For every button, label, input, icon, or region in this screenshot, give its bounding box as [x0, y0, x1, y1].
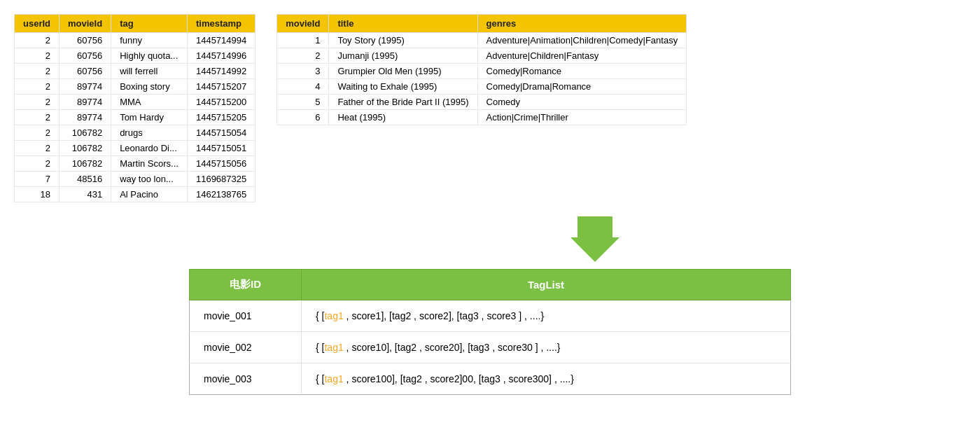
cell-userid: 2: [15, 95, 59, 110]
left-table-row: 7 48516 way too lon... 1169687325: [15, 172, 255, 187]
right-table-row: 1 Toy Story (1995) Adventure|Animation|C…: [277, 33, 687, 48]
cell-movie-id: movie_002: [190, 332, 302, 363]
right-header-genres: genres: [477, 15, 687, 33]
cell-userid: 2: [15, 79, 59, 95]
cell-taglist: { [tag1 , score100], [tag2 , score2]00, …: [302, 363, 791, 395]
cell-tag: Tom Hardy: [111, 110, 188, 125]
left-table-row: 2 89774 MMA 1445715200: [15, 95, 255, 110]
left-header-tag: tag: [111, 15, 188, 33]
cell-genres: Action|Crime|Thriller: [477, 110, 687, 125]
cell-movieid: 1: [277, 33, 329, 48]
cell-tag: way too lon...: [111, 172, 188, 187]
cell-timestamp: 1462138765: [187, 187, 255, 202]
cell-tag: Martin Scors...: [111, 156, 188, 172]
left-table: userId movieId tag timestamp 2 60756 fun…: [14, 14, 255, 202]
bottom-table-wrap: 电影ID TagList movie_001 { [tag1 , score1]…: [189, 269, 791, 395]
cell-movieid: 106782: [59, 125, 111, 141]
cell-timestamp: 1445715054: [187, 125, 255, 141]
right-table-row: 4 Waiting to Exhale (1995) Comedy|Drama|…: [277, 79, 687, 95]
cell-genres: Comedy: [477, 95, 687, 110]
cell-userid: 2: [15, 48, 59, 64]
left-table-row: 2 89774 Boxing story 1445715207: [15, 79, 255, 95]
cell-tag: Boxing story: [111, 79, 188, 95]
cell-movieid: 89774: [59, 79, 111, 95]
cell-tag: MMA: [111, 95, 188, 110]
tag-highlight: tag1: [324, 342, 343, 353]
left-table-header-row: userId movieId tag timestamp: [15, 15, 255, 33]
cell-title: Jumanji (1995): [329, 48, 477, 64]
left-header-movieid: movieId: [59, 15, 111, 33]
cell-userid: 7: [15, 172, 59, 187]
cell-timestamp: 1445715205: [187, 110, 255, 125]
bottom-header-taglist: TagList: [302, 270, 791, 300]
left-header-userid: userId: [15, 15, 59, 33]
cell-timestamp: 1445715207: [187, 79, 255, 95]
cell-userid: 2: [15, 125, 59, 141]
cell-title: Waiting to Exhale (1995): [329, 79, 477, 95]
cell-movieid: 60756: [59, 64, 111, 79]
cell-movieid: 60756: [59, 33, 111, 48]
cell-genres: Adventure|Animation|Children|Comedy|Fant…: [477, 33, 687, 48]
cell-timestamp: 1445715056: [187, 156, 255, 172]
left-table-row: 2 106782 Martin Scors... 1445715056: [15, 156, 255, 172]
left-table-body: 2 60756 funny 1445714994 2 60756 Highly …: [15, 33, 255, 202]
left-header-timestamp: timestamp: [187, 15, 255, 33]
cell-movieid: 89774: [59, 95, 111, 110]
cell-tag: Highly quota...: [111, 48, 188, 64]
cell-timestamp: 1445714994: [187, 33, 255, 48]
cell-movieid: 6: [277, 110, 329, 125]
left-table-row: 2 89774 Tom Hardy 1445715205: [15, 110, 255, 125]
cell-genres: Comedy|Drama|Romance: [477, 79, 687, 95]
cell-userid: 2: [15, 141, 59, 156]
cell-title: Father of the Bride Part II (1995): [329, 95, 477, 110]
left-table-row: 2 106782 Leonardo Di... 1445715051: [15, 141, 255, 156]
left-table-row: 2 106782 drugs 1445715054: [15, 125, 255, 141]
left-table-row: 2 60756 will ferrell 1445714992: [15, 64, 255, 79]
cell-timestamp: 1169687325: [187, 172, 255, 187]
cell-movieid: 5: [277, 95, 329, 110]
left-table-wrap: userId movieId tag timestamp 2 60756 fun…: [14, 14, 255, 202]
left-table-row: 2 60756 Highly quota... 1445714996: [15, 48, 255, 64]
right-table-body: 1 Toy Story (1995) Adventure|Animation|C…: [277, 33, 687, 125]
cell-tag: Leonardo Di...: [111, 141, 188, 156]
cell-title: Heat (1995): [329, 110, 477, 125]
bottom-table-header-row: 电影ID TagList: [190, 270, 791, 300]
cell-timestamp: 1445714996: [187, 48, 255, 64]
cell-movieid: 89774: [59, 110, 111, 125]
cell-movieid: 3: [277, 64, 329, 79]
bottom-section: 电影ID TagList movie_001 { [tag1 , score1]…: [14, 269, 966, 395]
cell-timestamp: 1445715051: [187, 141, 255, 156]
right-table-row: 3 Grumpier Old Men (1995) Comedy|Romance: [277, 64, 687, 79]
bottom-table-row: movie_002 { [tag1 , score10], [tag2 , sc…: [190, 332, 791, 363]
cell-movieid: 4: [277, 79, 329, 95]
left-table-row: 2 60756 funny 1445714994: [15, 33, 255, 48]
cell-movieid: 106782: [59, 156, 111, 172]
cell-tag: drugs: [111, 125, 188, 141]
right-table-row: 5 Father of the Bride Part II (1995) Com…: [277, 95, 687, 110]
cell-title: Toy Story (1995): [329, 33, 477, 48]
right-table: movieId title genres 1 Toy Story (1995) …: [276, 14, 687, 125]
cell-genres: Adventure|Children|Fantasy: [477, 48, 687, 64]
bottom-table: 电影ID TagList movie_001 { [tag1 , score1]…: [189, 269, 791, 395]
tag-highlight: tag1: [324, 373, 343, 384]
cell-timestamp: 1445715200: [187, 95, 255, 110]
right-table-row: 2 Jumanji (1995) Adventure|Children|Fant…: [277, 48, 687, 64]
left-table-row: 18 431 Al Pacino 1462138765: [15, 187, 255, 202]
tag-highlight: tag1: [324, 310, 343, 321]
cell-tag: Al Pacino: [111, 187, 188, 202]
cell-movieid: 60756: [59, 48, 111, 64]
cell-movie-id: movie_003: [190, 363, 302, 395]
right-table-header-row: movieId title genres: [277, 15, 687, 33]
cell-timestamp: 1445714992: [187, 64, 255, 79]
right-header-movieid: movieId: [277, 15, 329, 33]
bottom-table-row: movie_003 { [tag1 , score100], [tag2 , s…: [190, 363, 791, 395]
cell-userid: 2: [15, 110, 59, 125]
cell-taglist: { [tag1 , score10], [tag2 , score20], [t…: [302, 332, 791, 363]
bottom-table-body: movie_001 { [tag1 , score1], [tag2 , sco…: [190, 300, 791, 395]
cell-taglist: { [tag1 , score1], [tag2 , score2], [tag…: [302, 300, 791, 332]
cell-userid: 18: [15, 187, 59, 202]
cell-movie-id: movie_001: [190, 300, 302, 332]
cell-tag: will ferrell: [111, 64, 188, 79]
right-table-wrap: movieId title genres 1 Toy Story (1995) …: [276, 14, 687, 202]
top-section: userId movieId tag timestamp 2 60756 fun…: [14, 14, 966, 202]
